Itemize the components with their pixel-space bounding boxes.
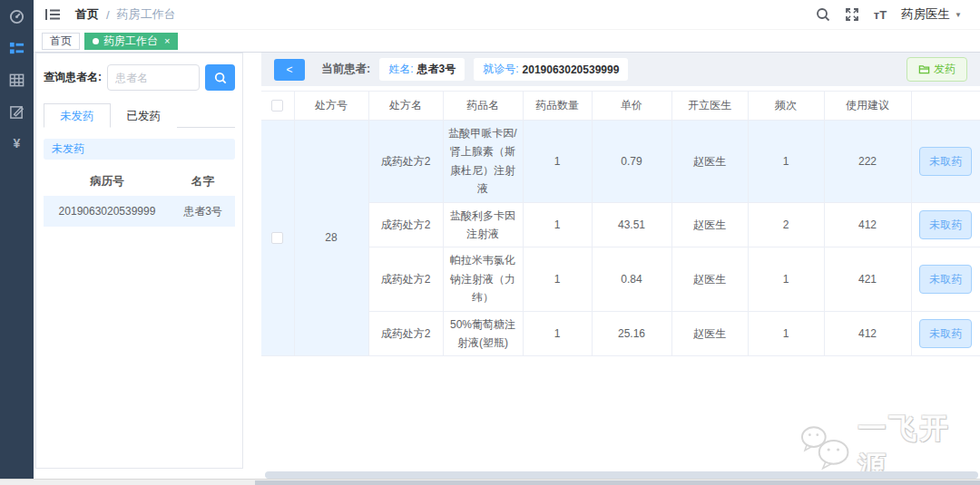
fullscreen-icon[interactable] bbox=[845, 7, 859, 22]
tab-not-dispensed[interactable]: 未发药 bbox=[44, 103, 111, 128]
tag-pharmacy-workbench[interactable]: 药房工作台 × bbox=[84, 33, 178, 50]
tab-dispensed[interactable]: 已发药 bbox=[111, 103, 178, 128]
top-header: 首页 / 药房工作台 тT 药房医生 ▼ bbox=[34, 0, 980, 30]
patient-search-row: 查询患者名: bbox=[44, 64, 235, 91]
currency-yuan-icon[interactable]: ¥ bbox=[8, 134, 26, 152]
row-checkbox[interactable] bbox=[271, 232, 283, 244]
patient-panel: 查询患者名: 未发药 已发药 未发药 病历号 名字 20190630205399… bbox=[35, 53, 243, 469]
unit-price: 0.79 bbox=[592, 121, 671, 203]
header-actions: тT 药房医生 ▼ bbox=[816, 6, 980, 23]
visit-no-box: 就诊号: 2019063020539999 bbox=[474, 58, 628, 81]
page-scrollbar-thumb[interactable] bbox=[255, 480, 980, 485]
patient-row[interactable]: 2019063020539999 患者3号 bbox=[44, 196, 235, 227]
patient-search-button[interactable] bbox=[205, 64, 235, 91]
name-label: 姓名: bbox=[388, 62, 413, 77]
usage-advice: 421 bbox=[824, 247, 911, 311]
patient-record-no: 2019063020539999 bbox=[44, 196, 171, 227]
presc-name: 成药处方2 bbox=[368, 202, 443, 247]
user-name: 药房医生 bbox=[901, 6, 950, 23]
table-header-row: 处方号 处方名 药品名 药品数量 单价 开立医生 频次 使用建议 bbox=[261, 92, 980, 121]
not-taken-button[interactable]: 未取药 bbox=[919, 210, 972, 239]
patient-search-input[interactable] bbox=[107, 64, 200, 91]
table-icon[interactable] bbox=[8, 71, 26, 89]
dashboard-icon[interactable] bbox=[8, 7, 26, 25]
patient-name-box: 姓名: 患者3号 bbox=[379, 58, 465, 81]
col-patient-name: 名字 bbox=[171, 167, 235, 196]
visit-label: 就诊号: bbox=[483, 62, 518, 77]
doctor: 赵医生 bbox=[671, 202, 748, 247]
table-row[interactable]: 成药处方2 盐酸利多卡因注射液 1 43.51 赵医生 2 412 未取药 bbox=[261, 202, 980, 247]
prescription-table-wrap: 处方号 处方名 药品名 药品数量 单价 开立医生 频次 使用建议 28 成药处方… bbox=[261, 91, 980, 356]
font-size-icon[interactable]: тT bbox=[874, 8, 887, 22]
doctor: 赵医生 bbox=[671, 247, 748, 311]
table-row[interactable]: 28 成药处方2 盐酸甲哌卡因/肾上腺素（斯康杜尼）注射液 1 0.79 赵医生… bbox=[261, 121, 980, 203]
active-dot-icon bbox=[93, 38, 99, 44]
worklist-icon[interactable] bbox=[8, 39, 26, 57]
dispense-status-tabs: 未发药 已发药 bbox=[44, 103, 235, 128]
presc-name: 成药处方2 bbox=[368, 121, 443, 203]
drug-qty: 1 bbox=[523, 202, 592, 247]
breadcrumb-home-link[interactable]: 首页 bbox=[75, 6, 99, 23]
tag-home-label: 首页 bbox=[50, 34, 72, 49]
col-usage-advice: 使用建议 bbox=[824, 92, 911, 121]
table-row[interactable]: 成药处方2 帕拉米韦氯化钠注射液（力纬） 1 0.84 赵医生 1 421 未取… bbox=[261, 247, 980, 311]
tag-home[interactable]: 首页 bbox=[42, 33, 80, 50]
not-taken-button[interactable]: 未取药 bbox=[919, 147, 972, 176]
dispense-button[interactable]: 发药 bbox=[906, 57, 967, 82]
presc-name: 成药处方2 bbox=[368, 311, 443, 356]
not-taken-button[interactable]: 未取药 bbox=[919, 319, 972, 348]
collapse-panel-button[interactable]: < bbox=[274, 59, 305, 81]
unit-price: 25.16 bbox=[592, 311, 671, 356]
tags-bar: 首页 药房工作台 × bbox=[34, 30, 980, 53]
drug-name: 帕拉米韦氯化钠注射液（力纬） bbox=[443, 247, 523, 311]
frequency: 1 bbox=[748, 311, 824, 356]
frequency: 2 bbox=[748, 202, 824, 247]
col-frequency: 频次 bbox=[748, 92, 824, 121]
not-taken-button[interactable]: 未取药 bbox=[919, 265, 972, 294]
name-value: 患者3号 bbox=[417, 62, 456, 77]
dispense-folder-icon bbox=[918, 63, 930, 75]
chevron-down-icon: ▼ bbox=[955, 11, 962, 19]
drug-name: 50%葡萄糖注射液(塑瓶) bbox=[443, 311, 523, 356]
pharmacy-workstation-page: ¥ 首页 / 药房工作台 тT 药房医生 ▼ 首页 bbox=[0, 0, 980, 485]
breadcrumb-current: 药房工作台 bbox=[117, 6, 176, 23]
page-scrollbar-track bbox=[0, 479, 980, 485]
drug-qty: 1 bbox=[523, 247, 592, 311]
col-drug-qty: 药品数量 bbox=[523, 92, 592, 121]
doctor: 赵医生 bbox=[671, 121, 748, 203]
drug-name: 盐酸甲哌卡因/肾上腺素（斯康杜尼）注射液 bbox=[443, 121, 523, 203]
close-icon[interactable]: × bbox=[164, 35, 170, 46]
search-icon[interactable] bbox=[816, 7, 830, 22]
unit-price: 43.51 bbox=[592, 202, 671, 247]
hamburger-icon[interactable] bbox=[44, 7, 61, 22]
patient-list-table: 病历号 名字 2019063020539999 患者3号 bbox=[44, 167, 235, 227]
doctor: 赵医生 bbox=[671, 311, 748, 356]
status-banner: 未发药 bbox=[44, 139, 235, 160]
patient-search-label: 查询患者名: bbox=[44, 70, 102, 85]
col-unit-price: 单价 bbox=[592, 92, 671, 121]
col-doctor: 开立医生 bbox=[671, 92, 748, 121]
col-presc-no: 处方号 bbox=[294, 92, 368, 121]
select-all-checkbox[interactable] bbox=[271, 100, 283, 112]
current-patient-label: 当前患者: bbox=[321, 62, 370, 77]
user-dropdown[interactable]: 药房医生 ▼ bbox=[901, 6, 962, 23]
prescription-table: 处方号 处方名 药品名 药品数量 单价 开立医生 频次 使用建议 28 成药处方… bbox=[261, 91, 980, 356]
app-sidebar: ¥ bbox=[0, 0, 34, 479]
table-horizontal-scrollbar[interactable] bbox=[265, 471, 978, 479]
usage-advice: 412 bbox=[824, 202, 911, 247]
col-actions bbox=[911, 92, 980, 121]
frequency: 1 bbox=[748, 247, 824, 311]
breadcrumb-separator: / bbox=[106, 8, 110, 22]
chat-bubbles-logo-icon bbox=[799, 422, 854, 473]
visit-value: 2019063020539999 bbox=[523, 63, 620, 76]
col-record-no: 病历号 bbox=[44, 167, 171, 196]
patient-name: 患者3号 bbox=[171, 196, 235, 227]
drug-qty: 1 bbox=[523, 121, 592, 203]
drug-name: 盐酸利多卡因注射液 bbox=[443, 202, 523, 247]
form-edit-icon[interactable] bbox=[8, 102, 26, 121]
table-row[interactable]: 成药处方2 50%葡萄糖注射液(塑瓶) 1 25.16 赵医生 1 412 未取… bbox=[261, 311, 980, 356]
current-patient-toolbar: < 当前患者: 姓名: 患者3号 就诊号: 2019063020539999 发… bbox=[261, 53, 980, 86]
frequency: 1 bbox=[748, 121, 824, 203]
presc-name: 成药处方2 bbox=[368, 247, 443, 311]
usage-advice: 222 bbox=[824, 121, 911, 203]
